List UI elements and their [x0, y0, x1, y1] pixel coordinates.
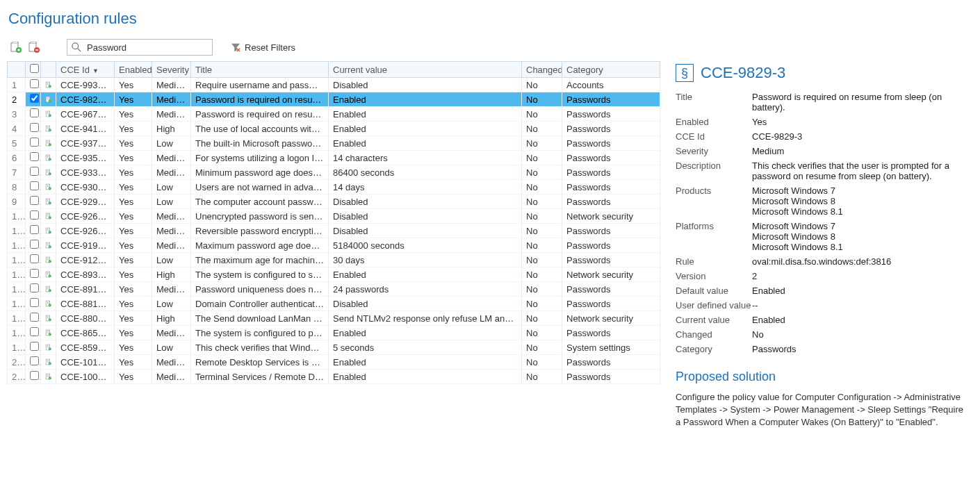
- table-row[interactable]: 6CCE-9357-5YesMediumFor systems utilizin…: [8, 151, 660, 165]
- row-checkbox[interactable]: [30, 313, 39, 322]
- table-row[interactable]: 7CCE-9330-2YesMediumMinimum password age…: [8, 165, 660, 180]
- row-checkbox[interactable]: [30, 108, 39, 117]
- table-row[interactable]: 13CCE-9123-1YesLowThe maximum age for ma…: [8, 253, 660, 267]
- table-row[interactable]: 9CCE-9295-7YesLowThe computer account pa…: [8, 195, 660, 209]
- sort-desc-icon: ▼: [92, 67, 99, 74]
- row-checkbox-cell: [26, 326, 41, 340]
- row-checkbox[interactable]: [30, 254, 39, 263]
- table-row[interactable]: 11CCE-9260-1YesMediumReversible password…: [8, 224, 660, 238]
- section-icon: §: [676, 64, 694, 82]
- table-row[interactable]: 16CCE-8818-7YesLowDomain Controller auth…: [8, 297, 660, 311]
- row-number: 7: [8, 165, 26, 180]
- row-checkbox-cell: [26, 224, 41, 238]
- row-checkbox-cell: [26, 136, 41, 151]
- cell-current: Enabled: [329, 267, 522, 282]
- detail-value: Password is required on resume from slee…: [752, 92, 967, 113]
- row-checkbox[interactable]: [30, 371, 39, 380]
- row-checkbox[interactable]: [30, 196, 39, 205]
- cell-severity: Medium: [152, 282, 191, 297]
- cell-changed: No: [522, 195, 562, 209]
- col-current[interactable]: Current value: [329, 62, 522, 78]
- cell-cceid: CCE-8591-0: [56, 340, 115, 355]
- cell-severity: Medium: [152, 92, 191, 107]
- table-row[interactable]: 2CCE-9829-3YesMediumPassword is required…: [8, 92, 660, 107]
- cell-enabled: Yes: [115, 311, 152, 326]
- detail-label: Products: [676, 185, 752, 196]
- cell-title: The use of local accounts with bla...: [191, 122, 329, 136]
- rule-ok-icon: [45, 124, 51, 133]
- col-cceid[interactable]: CCE Id▼: [56, 62, 115, 78]
- cell-title: Password uniqueness does not m...: [191, 282, 329, 297]
- col-category[interactable]: Category: [562, 62, 660, 78]
- table-row[interactable]: 21CCE-10090-9YesMediumTerminal Services …: [8, 370, 660, 384]
- table-row[interactable]: 15CCE-8912-8YesMediumPassword uniqueness…: [8, 282, 660, 297]
- row-icon-cell: [41, 326, 56, 340]
- row-checkbox[interactable]: [30, 342, 39, 351]
- search-input[interactable]: [85, 42, 208, 53]
- reset-filters-button[interactable]: Reset Filters: [231, 42, 295, 53]
- cell-enabled: Yes: [115, 151, 152, 165]
- row-checkbox[interactable]: [30, 123, 39, 132]
- col-enabled[interactable]: Enabled: [115, 62, 152, 78]
- cell-cceid: CCE-9829-3: [56, 92, 115, 107]
- cell-changed: No: [522, 107, 562, 122]
- row-checkbox[interactable]: [30, 269, 39, 278]
- cell-severity: Low: [152, 253, 191, 267]
- detail-value: Microsoft Windows 7 Microsoft Windows 8 …: [752, 185, 967, 217]
- table-row[interactable]: 12CCE-9193-4YesMediumMaximum password ag…: [8, 238, 660, 253]
- col-checkbox[interactable]: [26, 62, 41, 78]
- col-icon[interactable]: [41, 62, 56, 78]
- table-row[interactable]: 8CCE-9307-0YesLowUsers are not warned in…: [8, 180, 660, 195]
- row-checkbox-cell: [26, 165, 41, 180]
- table-row[interactable]: 10CCE-9265-0YesMediumUnencrypted passwor…: [8, 209, 660, 224]
- detail-value: Enabled: [752, 315, 967, 325]
- cell-changed: No: [522, 370, 562, 384]
- table-row[interactable]: 4CCE-9418-5YesHighThe use of local accou…: [8, 122, 660, 136]
- col-title[interactable]: Title: [191, 62, 329, 78]
- row-checkbox[interactable]: [30, 152, 39, 161]
- remove-rule-button[interactable]: [28, 41, 40, 53]
- cell-changed: No: [522, 238, 562, 253]
- row-checkbox[interactable]: [30, 210, 39, 220]
- row-checkbox[interactable]: [30, 225, 39, 234]
- table-row[interactable]: 19CCE-8591-0YesLowThis check verifies th…: [8, 340, 660, 355]
- table-row[interactable]: 3CCE-9670-1YesMediumPassword is required…: [8, 107, 660, 122]
- detail-value: Microsoft Windows 7 Microsoft Windows 8 …: [752, 221, 967, 252]
- row-checkbox[interactable]: [30, 94, 39, 103]
- rule-ok-icon: [45, 372, 51, 381]
- rules-table: CCE Id▼ Enabled Severity Title Current v…: [7, 61, 660, 384]
- row-checkbox[interactable]: [30, 240, 39, 249]
- table-row[interactable]: 18CCE-8654-6YesMediumThe system is confi…: [8, 326, 660, 340]
- row-checkbox[interactable]: [30, 181, 39, 190]
- col-changed[interactable]: Changed: [522, 62, 562, 78]
- cell-changed: No: [522, 267, 562, 282]
- add-rule-button[interactable]: [10, 41, 22, 53]
- cell-cceid: CCE-9295-7: [56, 195, 115, 209]
- row-icon-cell: [41, 282, 56, 297]
- rule-ok-icon: [45, 270, 51, 279]
- row-checkbox[interactable]: [30, 283, 39, 292]
- table-row[interactable]: 5CCE-9370-8YesLowThe built-in Microsoft …: [8, 136, 660, 151]
- row-checkbox[interactable]: [30, 298, 39, 307]
- col-severity[interactable]: Severity: [152, 62, 191, 78]
- cell-changed: No: [522, 151, 562, 165]
- detail-row-rule: Ruleoval:mil.disa.fso.windows:def:3816: [676, 256, 967, 267]
- row-checkbox-cell: [26, 78, 41, 92]
- table-row[interactable]: 14CCE-8937-5YesHighThe system is configu…: [8, 267, 660, 282]
- search-box[interactable]: [67, 39, 213, 56]
- row-checkbox-cell: [26, 355, 41, 370]
- rule-ok-icon: [45, 284, 51, 294]
- table-row[interactable]: 20CCE-10103-0YesMediumRemote Desktop Ser…: [8, 355, 660, 370]
- row-checkbox[interactable]: [30, 138, 39, 147]
- row-checkbox[interactable]: [30, 79, 39, 88]
- row-checkbox[interactable]: [30, 327, 39, 336]
- table-row[interactable]: 17CCE-8806-2YesHighThe Send download Lan…: [8, 311, 660, 326]
- select-all-checkbox[interactable]: [30, 64, 39, 73]
- row-checkbox[interactable]: [30, 356, 39, 365]
- cell-title: Domain Controller authentication...: [191, 297, 329, 311]
- row-checkbox[interactable]: [30, 167, 39, 176]
- cell-title: Password is required on resume f...: [191, 92, 329, 107]
- table-row[interactable]: 1CCE-9938-2YesMediumRequire username and…: [8, 78, 660, 92]
- cell-changed: No: [522, 297, 562, 311]
- col-rownum[interactable]: [8, 62, 26, 78]
